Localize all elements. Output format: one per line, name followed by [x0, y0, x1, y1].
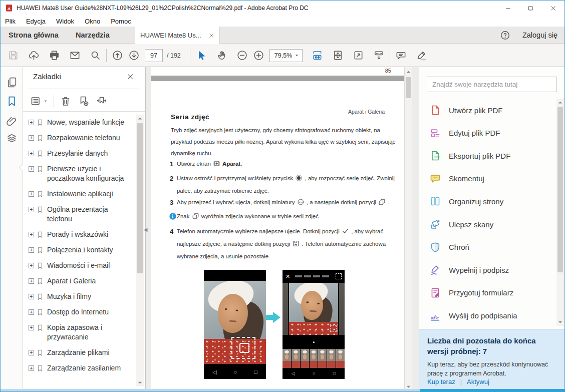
zoom-in-button[interactable] — [253, 50, 264, 61]
expand-bookmark-icon[interactable]: + — [29, 247, 34, 253]
bookmark-item-4[interactable]: +Instalowanie aplikacji — [29, 189, 137, 199]
tools-scrollbar[interactable] — [556, 99, 564, 326]
bookmark-item-2[interactable]: +Przesyłanie danych — [29, 149, 137, 158]
tab-home[interactable]: Strona główna — [9, 27, 59, 44]
tool-item-send-sign[interactable]: Wyślij do podpisania — [429, 308, 517, 323]
highlight-button[interactable] — [416, 50, 427, 61]
expand-bookmark-icon[interactable]: + — [29, 232, 34, 237]
bookmark-item-14[interactable]: +Zarządzanie zasilaniem — [29, 363, 137, 373]
buy-now-link[interactable]: Kup teraz — [427, 378, 455, 385]
close-button[interactable] — [542, 1, 564, 16]
tool-item-create-pdf[interactable]: Utwórz plik PDF — [429, 103, 503, 118]
expand-bookmark-icon[interactable]: + — [29, 309, 34, 315]
scroll-up-icon[interactable] — [556, 99, 564, 106]
tool-item-protect[interactable]: Chroń — [429, 240, 469, 255]
expand-bookmark-icon[interactable]: + — [29, 365, 34, 371]
bookmark-item-3[interactable]: +Pierwsze użycie i początkowa konfigurac… — [29, 164, 137, 183]
bookmark-item-9[interactable]: +Aparat i Galeria — [29, 276, 137, 286]
menu-item-2[interactable]: Widok — [56, 18, 74, 25]
scroll-up-icon[interactable] — [136, 115, 144, 122]
bookmark-icon — [36, 292, 44, 301]
bookmark-item-0[interactable]: +Nowe, wspaniałe funkcje — [29, 118, 137, 127]
expand-bookmark-icon[interactable]: + — [29, 166, 34, 172]
search-button[interactable] — [90, 50, 101, 61]
previous-page-button[interactable] — [112, 50, 123, 61]
email-button[interactable] — [69, 50, 81, 61]
tools-search-input[interactable] — [427, 77, 557, 92]
expand-bookmark-icon[interactable]: + — [29, 294, 34, 299]
collapse-left-panel-chevron[interactable]: ◀ — [143, 224, 148, 235]
scrollbar-thumb[interactable] — [557, 107, 563, 272]
expand-bookmark-icon[interactable]: + — [29, 278, 34, 284]
scrollbar-thumb[interactable] — [137, 123, 143, 273]
fullscreen-button[interactable] — [353, 50, 364, 61]
next-page-button[interactable] — [128, 50, 140, 61]
page-number-input[interactable] — [145, 49, 163, 62]
bookmark-item-11[interactable]: +Dostęp do Internetu — [29, 307, 137, 317]
expand-bookmark-icon[interactable]: + — [29, 350, 34, 355]
share-upload-button[interactable] — [28, 50, 40, 61]
menu-item-0[interactable]: Plik — [5, 18, 16, 25]
fit-width-button[interactable] — [312, 50, 323, 61]
maximize-button[interactable] — [519, 1, 542, 16]
bookmarks-scrollbar[interactable] — [136, 115, 144, 386]
goto-bookmark-icon[interactable] — [96, 95, 108, 107]
scroll-down-icon[interactable] — [136, 379, 144, 386]
help-icon[interactable] — [500, 30, 510, 41]
tool-item-comment-tool[interactable]: Skomentuj — [429, 171, 484, 186]
save-button[interactable] — [8, 50, 19, 61]
tool-item-export-pdf[interactable]: Eksportuj plik PDF — [429, 148, 510, 163]
activate-link[interactable]: Aktywuj — [467, 378, 489, 385]
document-scrollbar[interactable] — [404, 67, 412, 391]
expand-bookmark-icon[interactable]: + — [29, 325, 34, 330]
expand-bookmark-icon[interactable]: + — [29, 263, 34, 268]
menu-item-3[interactable]: Okno — [85, 18, 100, 25]
tool-item-fill-sign[interactable]: Wypełnij i podpisz — [429, 262, 509, 277]
bookmark-item-7[interactable]: +Połączenia i kontakty — [29, 245, 137, 255]
new-bookmark-icon[interactable] — [78, 95, 90, 107]
tool-item-enhance[interactable]: Ulepsz skany — [429, 217, 493, 232]
expand-bookmark-icon[interactable]: + — [29, 207, 34, 212]
tab-close-icon[interactable] — [208, 33, 214, 39]
comment-button[interactable] — [395, 50, 407, 61]
menu-item-1[interactable]: Edycja — [26, 18, 46, 25]
bookmark-item-5[interactable]: +Ogólna prezentacja telefonu — [29, 205, 137, 224]
sign-in-link[interactable]: Zaloguj się — [522, 31, 557, 39]
bookmark-item-8[interactable]: +Wiadomości i e-mail — [29, 261, 137, 270]
bookmark-item-1[interactable]: +Rozpakowanie telefonu — [29, 133, 137, 143]
bookmarks-panel-icon[interactable] — [6, 95, 18, 108]
bookmarks-list: +Nowe, wspaniałe funkcje+Rozpakowanie te… — [23, 115, 137, 387]
scroll-mode-button[interactable] — [373, 50, 385, 61]
tool-item-organize[interactable]: Organizuj strony — [429, 194, 503, 209]
attachments-icon[interactable] — [6, 115, 18, 128]
bookmark-item-12[interactable]: +Kopia zapasowa i przywracanie — [29, 323, 137, 342]
delete-bookmark-icon[interactable] — [60, 95, 72, 107]
bookmark-item-13[interactable]: +Zarządzanie plikami — [29, 348, 137, 357]
tool-item-edit-pdf[interactable]: Edytuj plik PDF — [429, 126, 500, 141]
expand-bookmark-icon[interactable]: + — [29, 191, 34, 197]
expand-bookmark-icon[interactable]: + — [29, 151, 34, 156]
bookmark-options-icon[interactable] — [30, 95, 42, 107]
scrollbar-thumb[interactable] — [406, 77, 411, 98]
zoom-out-button[interactable] — [236, 50, 248, 61]
expand-bookmark-icon[interactable]: + — [29, 120, 34, 125]
bookmark-item-10[interactable]: +Muzyka i filmy — [29, 292, 137, 301]
scroll-up-icon[interactable] — [405, 68, 412, 76]
bookmark-item-6[interactable]: +Porady i wskazówki — [29, 230, 137, 239]
fit-page-button[interactable] — [332, 50, 344, 61]
tab-document[interactable]: HUAWEI Mate8 Us... — [135, 27, 220, 44]
page-thumbnails-icon[interactable] — [6, 76, 18, 89]
hand-tool-button[interactable] — [216, 50, 227, 61]
scroll-down-icon[interactable] — [556, 318, 564, 326]
print-button[interactable] — [49, 50, 60, 61]
minimize-button[interactable] — [497, 1, 519, 16]
menu-item-4[interactable]: Pomoc — [111, 18, 131, 25]
zoom-level-dropdown[interactable]: 79,5% — [269, 49, 303, 62]
bookmarks-close-icon[interactable] — [126, 73, 134, 81]
select-tool-button[interactable] — [195, 50, 207, 61]
layers-icon[interactable] — [6, 132, 18, 145]
tab-tools[interactable]: Narzędzia — [76, 27, 110, 44]
expand-bookmark-icon[interactable]: + — [29, 135, 34, 141]
bookmark-icon — [36, 205, 44, 214]
tool-item-prepare-form[interactable]: Przygotuj formularz — [429, 285, 513, 300]
